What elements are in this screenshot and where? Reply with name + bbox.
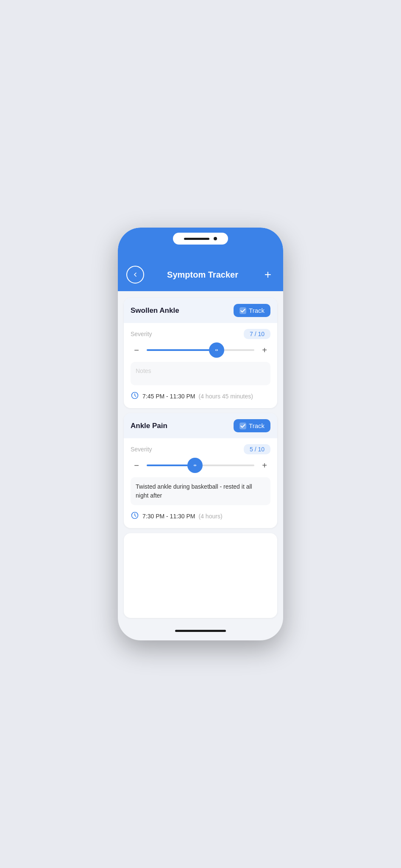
- severity-label-swollen-ankle: Severity: [131, 331, 152, 337]
- slider-minus-swollen-ankle[interactable]: −: [131, 344, 142, 356]
- track-button-ankle-pain[interactable]: Track: [234, 419, 270, 432]
- home-bar: [175, 630, 226, 632]
- card-body-ankle-pain: Severity 5 / 10 − +: [124, 438, 277, 528]
- severity-badge-ankle-pain: 5 / 10: [244, 444, 270, 454]
- symptom-card-swollen-ankle: Swollen Ankle Track Severity 7 / 10 −: [124, 298, 277, 408]
- severity-label-ankle-pain: Severity: [131, 446, 152, 453]
- content-area: Swollen Ankle Track Severity 7 / 10 −: [118, 291, 283, 625]
- card-header-swollen-ankle: Swollen Ankle Track: [124, 298, 277, 323]
- app-header: Symptom Tracker +: [118, 262, 283, 291]
- slider-row-swollen-ankle: − +: [131, 344, 270, 356]
- time-duration-ankle-pain: (4 hours): [199, 513, 223, 520]
- slider-row-ankle-pain: − +: [131, 459, 270, 471]
- clock-icon-ankle-pain: [131, 511, 139, 521]
- card-header-ankle-pain: Ankle Pain Track: [124, 413, 277, 438]
- track-label-swollen-ankle: Track: [249, 307, 265, 314]
- time-row-swollen-ankle: 7:45 PM - 11:30 PM (4 hours 45 minutes): [131, 391, 270, 401]
- slider-plus-ankle-pain[interactable]: +: [259, 459, 270, 471]
- page-title: Symptom Tracker: [167, 270, 238, 280]
- card-body-swollen-ankle: Severity 7 / 10 − +: [124, 323, 277, 408]
- symptom-name-ankle-pain: Ankle Pain: [131, 422, 167, 430]
- slider-fill-swollen-ankle: [147, 349, 217, 351]
- notes-box-swollen-ankle[interactable]: Notes: [131, 362, 270, 385]
- back-button[interactable]: [126, 266, 144, 284]
- empty-section: [124, 533, 277, 618]
- notch-camera: [214, 237, 217, 240]
- add-button[interactable]: +: [261, 268, 275, 281]
- severity-row-ankle-pain: Severity 5 / 10: [131, 444, 270, 454]
- notes-placeholder-swollen-ankle: Notes: [136, 367, 151, 374]
- slider-track-swollen-ankle[interactable]: [147, 349, 254, 351]
- slider-thumb-swollen-ankle[interactable]: [209, 342, 224, 358]
- notch-bar: [184, 238, 209, 240]
- severity-row-swollen-ankle: Severity 7 / 10: [131, 329, 270, 339]
- severity-badge-swollen-ankle: 7 / 10: [244, 329, 270, 339]
- slider-minus-ankle-pain[interactable]: −: [131, 459, 142, 471]
- notch: [173, 233, 228, 245]
- notes-text-ankle-pain: Twisted ankle during basketball - rested…: [136, 483, 252, 499]
- track-label-ankle-pain: Track: [249, 422, 265, 429]
- time-row-ankle-pain: 7:30 PM - 11:30 PM (4 hours): [131, 511, 270, 521]
- phone-top: [118, 228, 283, 262]
- track-button-swollen-ankle[interactable]: Track: [234, 304, 270, 317]
- home-indicator: [118, 625, 283, 640]
- symptom-card-ankle-pain: Ankle Pain Track Severity 5 / 10 −: [124, 413, 277, 528]
- slider-plus-swollen-ankle[interactable]: +: [259, 344, 270, 356]
- slider-thumb-ankle-pain[interactable]: [187, 458, 203, 473]
- notes-box-ankle-pain[interactable]: Twisted ankle during basketball - rested…: [131, 477, 270, 505]
- clock-icon-swollen-ankle: [131, 391, 139, 401]
- symptom-name-swollen-ankle: Swollen Ankle: [131, 306, 179, 315]
- phone-frame: Symptom Tracker + Swollen Ankle Track Se…: [118, 228, 283, 640]
- time-main-swollen-ankle: 7:45 PM - 11:30 PM: [142, 393, 195, 400]
- time-main-ankle-pain: 7:30 PM - 11:30 PM: [142, 513, 195, 520]
- slider-track-ankle-pain[interactable]: [147, 465, 254, 466]
- time-duration-swollen-ankle: (4 hours 45 minutes): [199, 393, 253, 400]
